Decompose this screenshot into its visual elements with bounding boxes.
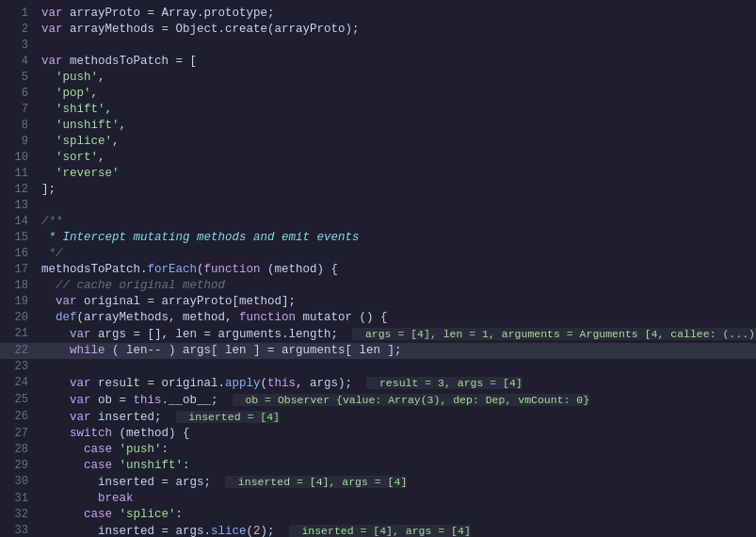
line-31: 31 break	[0, 491, 756, 507]
line-32: 32 case 'splice':	[0, 507, 756, 523]
line-24: 24 var result = original.apply(this, arg…	[0, 375, 756, 392]
line-7: 7 'shift',	[0, 102, 756, 118]
line-1: 1 var arrayProto = Array.prototype;	[0, 6, 756, 22]
line-17: 17 methodsToPatch.forEach(function (meth…	[0, 262, 756, 278]
line-20: 20 def(arrayMethods, method, function mu…	[0, 310, 756, 326]
line-9: 9 'splice',	[0, 134, 756, 150]
line-14: 14 /**	[0, 214, 756, 230]
line-16: 16 */	[0, 246, 756, 262]
line-22: 22 while ( len-- ) args[ len ] = argumen…	[0, 343, 756, 359]
line-13: 13	[0, 198, 756, 214]
line-26: 26 var inserted; inserted = [4]	[0, 409, 756, 426]
line-6: 6 'pop',	[0, 86, 756, 102]
line-29: 29 case 'unshift':	[0, 458, 756, 474]
line-12: 12 ];	[0, 182, 756, 198]
line-25: 25 var ob = this.__ob__; ob = Observer {…	[0, 392, 756, 409]
line-4: 4 var methodsToPatch = [	[0, 54, 756, 70]
line-19: 19 var original = arrayProto[method];	[0, 294, 756, 310]
line-5: 5 'push',	[0, 70, 756, 86]
line-27: 27 switch (method) {	[0, 426, 756, 442]
line-28: 28 case 'push':	[0, 442, 756, 458]
line-33: 33 inserted = args.slice(2); inserted = …	[0, 523, 756, 537]
line-10: 10 'sort',	[0, 150, 756, 166]
code-editor: 1 var arrayProto = Array.prototype; 2 va…	[0, 0, 756, 537]
line-30: 30 inserted = args; inserted = [4], args…	[0, 474, 756, 491]
line-21: 21 var args = [], len = arguments.length…	[0, 326, 756, 343]
line-8: 8 'unshift',	[0, 118, 756, 134]
line-11: 11 'reverse'	[0, 166, 756, 182]
line-3: 3	[0, 38, 756, 54]
line-15: 15 * Intercept mutating methods and emit…	[0, 230, 756, 246]
line-2: 2 var arrayMethods = Object.create(array…	[0, 22, 756, 38]
line-18: 18 // cache original method	[0, 278, 756, 294]
line-23: 23	[0, 359, 756, 375]
